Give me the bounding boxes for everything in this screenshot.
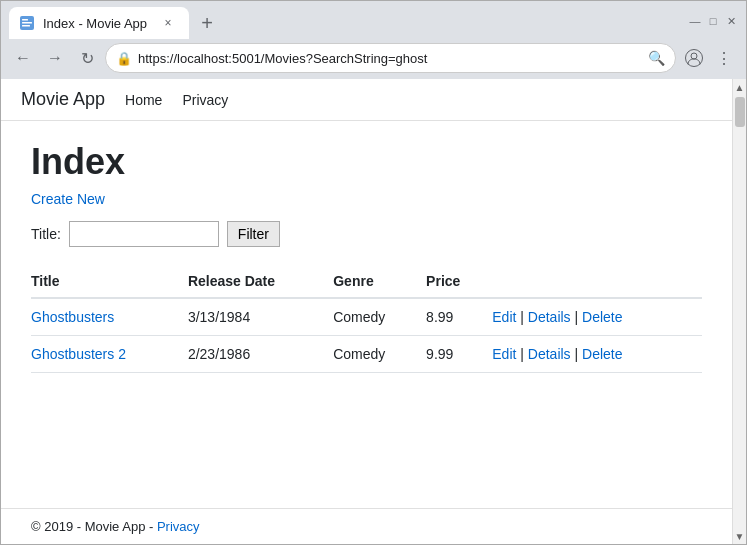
site-brand[interactable]: Movie App [21,89,105,110]
menu-icon[interactable]: ⋮ [710,44,738,72]
lock-icon: 🔒 [116,51,132,66]
close-window-button[interactable]: ✕ [724,14,738,28]
svg-rect-3 [22,25,30,27]
details-link[interactable]: Details [528,309,571,325]
edit-link[interactable]: Edit [492,346,516,362]
site-nav: Movie App Home Privacy [1,79,732,121]
address-bar[interactable]: 🔒 https://localhost:5001/Movies?SearchSt… [105,43,676,73]
scroll-down-button[interactable]: ▼ [733,528,747,544]
movie-actions: Edit | Details | Delete [492,298,702,336]
title-bar: Index - Movie App × + — □ ✕ [1,1,746,39]
new-tab-button[interactable]: + [193,9,221,37]
window-controls: — □ ✕ [688,14,738,32]
sep2: | [575,309,583,325]
reload-button[interactable]: ↻ [73,44,101,72]
url-display: https://localhost:5001/Movies?SearchStri… [138,51,642,66]
table-row: Ghostbusters3/13/1984Comedy8.99 Edit | D… [31,298,702,336]
main-content: Index Create New Title: Filter Title Rel… [1,121,732,508]
address-bar-row: ← → ↻ 🔒 https://localhost:5001/Movies?Se… [1,39,746,79]
delete-link[interactable]: Delete [582,309,622,325]
filter-label: Title: [31,226,61,242]
page-heading: Index [31,141,702,183]
scrollbar[interactable]: ▲ ▼ [732,79,746,544]
edit-link[interactable]: Edit [492,309,516,325]
sep2: | [575,346,583,362]
footer-privacy-link[interactable]: Privacy [157,519,200,534]
sep1: | [520,309,528,325]
tab-close-button[interactable]: × [159,14,177,32]
page-content: Movie App Home Privacy Index Create New … [1,79,732,544]
back-button[interactable]: ← [9,44,37,72]
col-header-price: Price [426,265,492,298]
title-filter-input[interactable] [69,221,219,247]
col-header-actions [492,265,702,298]
tab-favicon [19,15,35,31]
browser-window: Index - Movie App × + — □ ✕ ← → ↻ 🔒 http… [0,0,747,545]
maximize-button[interactable]: □ [706,14,720,28]
account-icon[interactable] [680,44,708,72]
filter-button[interactable]: Filter [227,221,280,247]
table-row: Ghostbusters 22/23/1986Comedy9.99 Edit |… [31,336,702,373]
tab-title: Index - Movie App [43,16,151,31]
svg-rect-2 [22,22,32,24]
address-search-icon: 🔍 [648,50,665,66]
nav-privacy[interactable]: Privacy [182,92,228,108]
details-link[interactable]: Details [528,346,571,362]
forward-button[interactable]: → [41,44,69,72]
table-header-row: Title Release Date Genre Price [31,265,702,298]
filter-row: Title: Filter [31,221,702,247]
movie-price: 8.99 [426,298,492,336]
movie-release-date: 3/13/1984 [188,298,333,336]
browser-tab[interactable]: Index - Movie App × [9,7,189,39]
col-header-genre: Genre [333,265,426,298]
svg-rect-1 [22,19,28,21]
minimize-button[interactable]: — [688,14,702,28]
movie-table: Title Release Date Genre Price Ghostbust… [31,265,702,373]
scroll-up-button[interactable]: ▲ [733,79,747,95]
svg-point-5 [691,53,697,59]
movie-genre: Comedy [333,298,426,336]
movie-release-date: 2/23/1986 [188,336,333,373]
col-header-title: Title [31,265,188,298]
toolbar-icons: ⋮ [680,44,738,72]
movie-title-link[interactable]: Ghostbusters [31,309,114,325]
sep1: | [520,346,528,362]
page-area: Movie App Home Privacy Index Create New … [1,79,746,544]
site-footer: © 2019 - Movie App - Privacy [1,508,732,544]
footer-text: © 2019 - Movie App - [31,519,153,534]
nav-home[interactable]: Home [125,92,162,108]
movie-actions: Edit | Details | Delete [492,336,702,373]
movie-title-link[interactable]: Ghostbusters 2 [31,346,126,362]
scroll-thumb[interactable] [735,97,745,127]
col-header-release-date: Release Date [188,265,333,298]
movie-genre: Comedy [333,336,426,373]
create-new-link[interactable]: Create New [31,191,105,207]
delete-link[interactable]: Delete [582,346,622,362]
movie-price: 9.99 [426,336,492,373]
